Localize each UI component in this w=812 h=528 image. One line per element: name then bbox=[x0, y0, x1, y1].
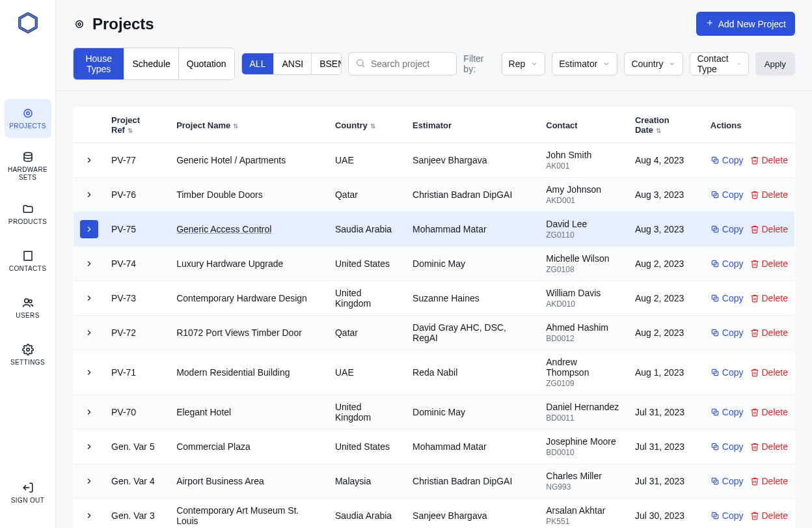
copy-icon bbox=[710, 225, 720, 234]
delete-button[interactable]: Delete bbox=[750, 258, 788, 269]
tab-schedule[interactable]: Schedule bbox=[124, 48, 178, 79]
sidebar-item-hardware-sets[interactable]: HARDWARE SETS bbox=[5, 146, 51, 187]
cell-project-name[interactable]: R1072 Port Views Timber Door bbox=[170, 316, 329, 350]
cell-project-name[interactable]: Elegant Hotel bbox=[170, 395, 329, 430]
svg-point-15 bbox=[78, 23, 81, 25]
expand-row-button[interactable] bbox=[80, 151, 98, 169]
add-new-project-button[interactable]: Add New Project bbox=[696, 12, 795, 36]
copy-button[interactable]: Copy bbox=[710, 189, 744, 200]
sidebar-item-contacts[interactable]: CONTACTS bbox=[5, 242, 51, 281]
svg-point-2 bbox=[24, 109, 32, 117]
copy-button[interactable]: Copy bbox=[710, 258, 744, 269]
expand-row-button[interactable] bbox=[80, 472, 98, 490]
sign-out-button[interactable]: SIGN OUT bbox=[5, 473, 51, 512]
col-project-name[interactable]: Project Name⇅ bbox=[170, 107, 329, 143]
filter-label: Estimator bbox=[559, 59, 597, 69]
standard-tabs: ALLANSIBSEN bbox=[241, 53, 342, 75]
delete-button[interactable]: Delete bbox=[750, 510, 788, 521]
cell-project-name[interactable]: Commercial Plaza bbox=[170, 430, 329, 464]
filter-estimator[interactable]: Estimator bbox=[552, 52, 617, 76]
tab-house-types[interactable]: House Types bbox=[74, 48, 124, 79]
delete-button[interactable]: Delete bbox=[750, 293, 788, 303]
sidebar-item-settings[interactable]: SETTINGS bbox=[5, 335, 51, 374]
delete-button[interactable]: Delete bbox=[750, 327, 788, 338]
copy-icon bbox=[710, 156, 720, 165]
sidebar-item-label: USERS bbox=[16, 312, 39, 320]
expand-row-button[interactable] bbox=[80, 186, 98, 204]
cell-project-name[interactable]: Luxury Hardware Upgrade bbox=[170, 247, 329, 281]
table-row[interactable]: Gen. Var 4Airport Business AreaMalaysiaC… bbox=[74, 464, 795, 499]
delete-button[interactable]: Delete bbox=[750, 476, 788, 486]
cell-project-name[interactable]: Contemporary Hardware Design bbox=[170, 281, 329, 316]
page-title: Projects bbox=[92, 15, 154, 33]
chevron-right-icon bbox=[85, 156, 94, 165]
cell-project-name[interactable]: Generic Access Control bbox=[170, 212, 329, 247]
expand-row-button[interactable] bbox=[80, 363, 98, 382]
copy-button[interactable]: Copy bbox=[710, 407, 744, 417]
table-row[interactable]: Gen. Var 3Contemporary Art Museum St. Lo… bbox=[74, 499, 795, 529]
cell-contact: Arsalan AkhtarPK551 bbox=[539, 499, 629, 529]
expand-row-button[interactable] bbox=[80, 324, 98, 342]
filter-contact-type[interactable]: Contact Type bbox=[690, 52, 748, 76]
standard-tab-all[interactable]: ALL bbox=[242, 53, 275, 74]
delete-button[interactable]: Delete bbox=[750, 189, 788, 200]
cell-creation-date: Aug 3, 2023 bbox=[629, 178, 704, 212]
expand-row-button[interactable] bbox=[80, 255, 98, 273]
cell-project-name[interactable]: Modern Residential Building bbox=[170, 350, 329, 395]
cell-project-name[interactable]: Timber Double Doors bbox=[170, 178, 329, 212]
table-row[interactable]: PV-73Contemporary Hardware DesignUnited … bbox=[74, 281, 795, 316]
main-area: Projects Add New Project House TypesSche… bbox=[56, 0, 812, 528]
cell-country: Saudia Arabia bbox=[329, 212, 406, 247]
expand-row-button[interactable] bbox=[80, 220, 98, 238]
table-row[interactable]: PV-71Modern Residential BuildingUAEReda … bbox=[74, 350, 795, 395]
sidebar-item-projects[interactable]: PROJECTS bbox=[5, 99, 51, 138]
col-country[interactable]: Country⇅ bbox=[329, 107, 406, 143]
standard-tab-ansi[interactable]: ANSI bbox=[274, 53, 312, 74]
search-box bbox=[348, 52, 457, 76]
sidebar-item-products[interactable]: PRODUCTS bbox=[5, 195, 51, 234]
copy-button[interactable]: Copy bbox=[710, 441, 744, 452]
copy-button[interactable]: Copy bbox=[710, 224, 744, 234]
copy-button[interactable]: Copy bbox=[710, 510, 744, 521]
copy-button[interactable]: Copy bbox=[710, 293, 744, 303]
copy-button[interactable]: Copy bbox=[710, 367, 744, 378]
table-row[interactable]: PV-72R1072 Port Views Timber DoorQatarDa… bbox=[74, 316, 795, 350]
tab-quotation[interactable]: Quotation bbox=[179, 48, 234, 79]
filter-country[interactable]: Country bbox=[624, 52, 683, 76]
table-row[interactable]: Gen. Var 5Commercial PlazaUnited StatesM… bbox=[74, 430, 795, 464]
expand-row-button[interactable] bbox=[80, 289, 98, 307]
copy-button[interactable]: Copy bbox=[710, 476, 744, 486]
cell-creation-date: Aug 1, 2023 bbox=[629, 350, 704, 395]
copy-button[interactable]: Copy bbox=[710, 155, 744, 165]
sidebar-item-users[interactable]: USERS bbox=[5, 288, 51, 327]
table-row[interactable]: PV-75Generic Access ControlSaudia Arabia… bbox=[74, 212, 795, 247]
filter-rep[interactable]: Rep bbox=[502, 52, 546, 76]
delete-button[interactable]: Delete bbox=[750, 441, 788, 452]
sidebar-item-label: SETTINGS bbox=[10, 359, 45, 367]
copy-button[interactable]: Copy bbox=[710, 327, 744, 338]
delete-button[interactable]: Delete bbox=[750, 367, 788, 378]
delete-button[interactable]: Delete bbox=[750, 407, 788, 417]
search-input[interactable] bbox=[371, 59, 450, 69]
cell-project-name[interactable]: Airport Business Area bbox=[170, 464, 329, 499]
sidebar-item-label: PRODUCTS bbox=[8, 218, 47, 226]
cell-project-name[interactable]: Contemporary Art Museum St. Louis bbox=[170, 499, 329, 529]
delete-button[interactable]: Delete bbox=[750, 224, 788, 234]
table-row[interactable]: PV-70Elegant HotelUnited KingdomDominic … bbox=[74, 395, 795, 430]
expand-row-button[interactable] bbox=[80, 403, 98, 421]
table-row[interactable]: PV-77Generic Hotel / ApartmentsUAESanjee… bbox=[74, 143, 795, 178]
standard-tab-bsen[interactable]: BSEN bbox=[312, 53, 342, 74]
delete-button[interactable]: Delete bbox=[750, 155, 788, 165]
copy-icon bbox=[710, 259, 720, 268]
col-creation-date[interactable]: Creation Date⇅ bbox=[629, 107, 704, 143]
col-project-ref[interactable]: Project Ref⇅ bbox=[105, 107, 170, 143]
table-scroll[interactable]: Project Ref⇅Project Name⇅Country⇅Estimat… bbox=[56, 91, 812, 528]
expand-row-button[interactable] bbox=[80, 438, 98, 456]
table-row[interactable]: PV-76Timber Double DoorsQatarChristian B… bbox=[74, 178, 795, 212]
cell-project-name[interactable]: Generic Hotel / Apartments bbox=[170, 143, 329, 178]
app-logo bbox=[17, 12, 39, 34]
expand-row-button[interactable] bbox=[80, 507, 98, 525]
apply-button[interactable]: Apply bbox=[755, 52, 795, 76]
table-row[interactable]: PV-74Luxury Hardware UpgradeUnited State… bbox=[74, 247, 795, 281]
cell-estimator: Mohammad Matar bbox=[406, 430, 539, 464]
